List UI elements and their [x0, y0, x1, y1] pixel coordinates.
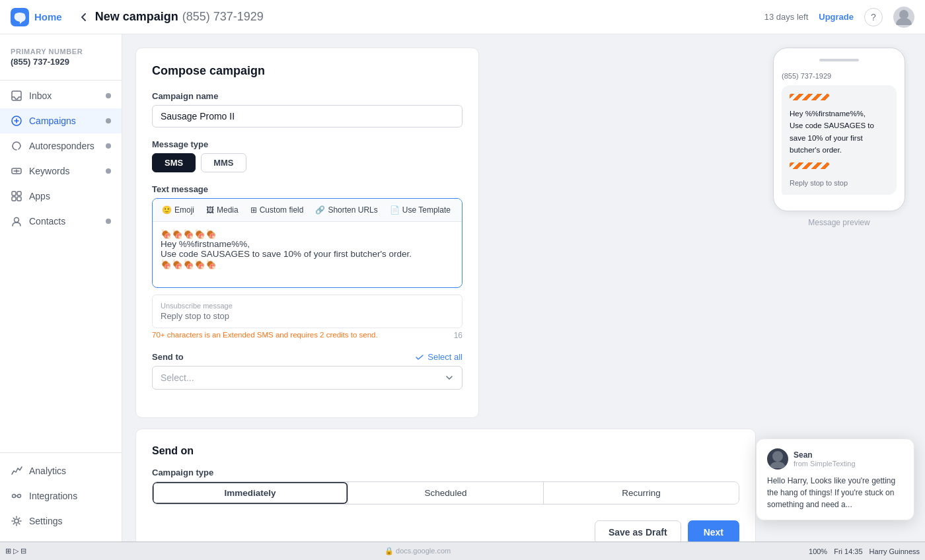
- custom-field-button[interactable]: ⊞ Custom field: [248, 204, 307, 216]
- sidebar-item-label-contacts: Contacts: [29, 216, 65, 227]
- sidebar-nav: Inbox Campaigns Autoresponders Keywords: [0, 83, 122, 452]
- next-button[interactable]: Next: [688, 520, 739, 542]
- save-draft-button[interactable]: Save as Draft: [595, 520, 681, 542]
- send-on-title: Send on: [152, 445, 739, 457]
- send-to-dropdown[interactable]: Select...: [152, 366, 462, 390]
- sms-button[interactable]: SMS: [152, 153, 196, 172]
- phone-mockup: (855) 737-1929 Hey %%firstname%%,Use cod…: [773, 48, 905, 211]
- select-all-icon: [415, 353, 424, 362]
- analytics-icon: [11, 465, 22, 477]
- sidebar-item-contacts[interactable]: Contacts: [0, 209, 122, 234]
- scheduled-button[interactable]: Scheduled: [348, 482, 543, 504]
- app-logo[interactable]: Home: [11, 8, 62, 26]
- preview-message-text: Hey %%firstname%%,Use code SAUSAGES tosa…: [790, 108, 889, 157]
- form-actions: Save as Draft Next: [152, 520, 739, 542]
- campaign-name-input[interactable]: [152, 105, 462, 127]
- svg-point-9: [15, 218, 19, 223]
- campaign-name-label: Campaign name: [152, 91, 462, 101]
- sidebar-item-label-keywords: Keywords: [29, 166, 69, 176]
- taskbar-center: 🔒 docs.google.com: [37, 547, 798, 555]
- send-to-placeholder: Select...: [161, 372, 194, 383]
- sidebar-item-autoresponders[interactable]: Autoresponders: [0, 133, 122, 158]
- emoji-button[interactable]: 🙂 Emoji: [159, 204, 197, 216]
- use-template-button[interactable]: 📄 Use Template: [387, 204, 453, 216]
- sidebar-item-campaigns[interactable]: Campaigns: [0, 108, 122, 133]
- sidebar-item-label-inbox: Inbox: [29, 90, 52, 101]
- svg-point-12: [15, 519, 18, 523]
- inbox-badge: [106, 93, 111, 98]
- taskbar-zoom: 100%: [809, 547, 827, 555]
- send-to-label: Send to: [152, 352, 184, 362]
- recurring-button[interactable]: Recurring: [543, 482, 739, 504]
- unsubscribe-message: Unsubscribe message Reply stop to stop: [152, 295, 462, 328]
- sidebar-item-label-analytics: Analytics: [29, 466, 66, 476]
- page-title: New campaign: [95, 10, 178, 24]
- shorten-urls-icon: 🔗: [315, 205, 325, 215]
- compose-card: Compose campaign Campaign name Message t…: [135, 48, 479, 418]
- chat-avatar: [767, 448, 788, 470]
- template-icon: 📄: [390, 205, 400, 215]
- sidebar-item-keywords[interactable]: Keywords: [0, 158, 122, 184]
- taskbar-time: Fri 14:35: [834, 547, 862, 555]
- preview-label: Message preview: [808, 218, 870, 227]
- media-icon: 🖼: [206, 205, 214, 215]
- upgrade-button[interactable]: Upgrade: [819, 12, 854, 22]
- primary-label: Primary number: [11, 48, 111, 55]
- taskbar-icons: ⊞ ▷ ⊟: [5, 547, 26, 555]
- back-button[interactable]: [78, 11, 90, 23]
- keywords-icon: [11, 165, 22, 177]
- unsubscribe-text: Reply stop to stop: [161, 311, 229, 321]
- contacts-badge: [106, 219, 111, 224]
- media-button[interactable]: 🖼 Media: [204, 204, 241, 216]
- avatar-icon: [893, 7, 914, 28]
- unsubscribe-label: Unsubscribe message: [161, 302, 454, 310]
- sidebar-item-apps[interactable]: Apps: [0, 184, 122, 209]
- contacts-icon: [11, 215, 22, 227]
- message-type-label: Message type: [152, 139, 462, 149]
- preview-phone-number: (855) 737-1929: [782, 72, 897, 80]
- immediately-button[interactable]: Immediately: [153, 482, 348, 504]
- message-textarea[interactable]: 🍖🍖🍖🍖🍖 Hey %%firstname%%, Use code SAUSAG…: [153, 222, 462, 285]
- svg-rect-6: [17, 192, 21, 195]
- primary-number: (855) 737-1929: [11, 57, 111, 67]
- select-all-button[interactable]: Select all: [415, 352, 462, 362]
- chat-sender-name: Sean: [794, 450, 856, 460]
- keywords-badge: [106, 168, 111, 174]
- phone-notch: [819, 59, 859, 61]
- select-all-label: Select all: [427, 352, 462, 362]
- sidebar-item-integrations[interactable]: Integrations: [0, 483, 122, 508]
- help-button[interactable]: ?: [864, 8, 883, 26]
- sidebar-item-settings[interactable]: Settings: [0, 508, 122, 534]
- chevron-down-icon: [445, 373, 454, 382]
- svg-point-1: [899, 10, 908, 19]
- text-message-label: Text message: [152, 184, 462, 194]
- mms-button[interactable]: MMS: [201, 153, 246, 172]
- shorten-urls-button[interactable]: 🔗 Shorten URLs: [313, 204, 380, 216]
- sidebar: Primary number (855) 737-1929 Inbox Camp…: [0, 34, 122, 542]
- send-to-header: Send to Select all: [152, 352, 462, 362]
- left-column: Compose campaign Campaign name Message t…: [135, 48, 756, 528]
- autoresponders-icon: [11, 140, 22, 152]
- svg-rect-7: [12, 197, 16, 201]
- sidebar-item-inbox[interactable]: Inbox: [0, 83, 122, 108]
- compose-title: Compose campaign: [152, 64, 462, 78]
- sidebar-divider-top: [0, 80, 122, 81]
- app-name: Home: [34, 11, 62, 22]
- svg-rect-5: [12, 192, 16, 195]
- autoresponders-badge: [106, 143, 111, 149]
- chat-avatar-icon: [767, 448, 788, 470]
- days-left: 13 days left: [764, 12, 809, 22]
- message-footer: 70+ characters is an Extended SMS and re…: [152, 331, 462, 340]
- sidebar-item-label-campaigns: Campaigns: [29, 116, 76, 126]
- preview-unsubscribe-text: Reply stop to stop: [790, 178, 889, 189]
- text-message-group: Text message 🙂 Emoji 🖼 Media ⊞ Custom fi…: [152, 184, 462, 340]
- sidebar-item-analytics[interactable]: Analytics: [0, 458, 122, 483]
- apps-icon: [11, 190, 22, 202]
- send-to-group: Send to Select all Select...: [152, 352, 462, 390]
- taskbar-url: 🔒 docs.google.com: [385, 547, 451, 555]
- stripe-decoration-1: [790, 94, 829, 100]
- user-avatar[interactable]: [893, 7, 914, 28]
- chat-platform: from SimpleTexting: [794, 460, 856, 468]
- text-message-area: 🙂 Emoji 🖼 Media ⊞ Custom field 🔗 Shorten…: [152, 198, 462, 288]
- chat-widget: Sean from SimpleTexting Hello Harry, Loo…: [756, 438, 914, 520]
